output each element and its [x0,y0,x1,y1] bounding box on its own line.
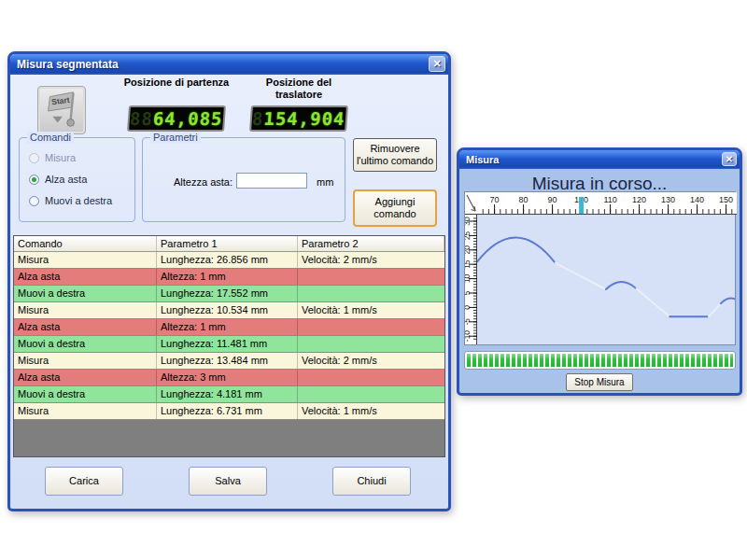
table-cell: Alza asta [14,269,157,285]
titlebar[interactable]: Misura segmentata ✕ [10,54,448,75]
column-header-comando[interactable]: Comando [14,236,157,251]
table-cell: Lunghezza: 13.484 mm [157,353,298,369]
x-tick-label: 110 [603,195,616,204]
x-tick-label: 130 [661,195,675,204]
command-table-header: Comando Parametro 1 Parametro 2 [14,236,444,252]
x-tick-label: 120 [632,195,646,204]
table-row[interactable]: Muovi a destraLunghezza: 17.552 mm [14,286,444,302]
profile-plot [477,215,735,344]
table-row[interactable]: MisuraLunghezza: 10.534 mmVelocità: 1 mm… [14,302,444,319]
x-tick-label: 140 [690,195,704,204]
table-row[interactable]: MisuraLunghezza: 6.731 mmVelocità: 1 mm/… [14,403,444,420]
radio-muovi-a-destra[interactable]: Muovi a destra [29,194,112,207]
radio-label: Muovi a destra [45,195,112,206]
table-cell: Velocità: 2 mm/s [298,353,444,369]
y-tick-label: 20 [465,245,472,255]
altezza-asta-label: Altezza asta: [150,176,233,188]
x-tick-label: 150 [719,195,733,204]
y-tick-label: 15 [465,259,472,269]
x-tick-label: 80 [519,195,529,204]
table-cell: Misura [14,302,157,318]
comandi-legend: Comandi [27,132,74,144]
table-row[interactable]: Muovi a destraLunghezza: 4.181 mm [14,386,444,403]
x-tick-label: 90 [548,195,557,204]
radio-misura: Misura [29,151,76,164]
table-cell: Misura [14,252,157,268]
table-cell: Misura [14,403,157,419]
column-header-parametro1[interactable]: Parametro 1 [157,236,298,251]
table-cell: Velocità: 2 mm/s [298,252,444,268]
stop-misura-button[interactable]: Stop Misura [566,373,633,391]
table-cell: Lunghezza: 10.534 mm [157,302,298,318]
position-cursor [579,197,584,214]
command-table: Comando Parametro 1 Parametro 2 MisuraLu… [13,235,445,457]
table-row[interactable]: Alza astaAltezza: 1 mm [14,319,444,336]
start-flag-icon: Start [38,87,85,133]
table-cell: Lunghezza: 6.731 mm [157,403,298,419]
display-ghost-digits: 88 [129,108,153,129]
parametri-legend: Parametri [150,132,201,144]
table-row[interactable]: Muovi a destraLunghezza: 11.481 mm [14,336,444,353]
add-command-button[interactable]: Aggiungi comando [353,189,437,227]
translator-position-display: 8154,904 [249,105,348,132]
x-tick-label: 70 [490,195,500,204]
table-row[interactable]: Alza astaAltezza: 3 mm [14,370,444,386]
measurement-chart: 708090100110120130140150 302520151050-5-… [464,191,736,345]
table-cell [298,336,444,352]
table-cell: Altezza: 3 mm [157,370,298,385]
salva-button[interactable]: Salva [189,467,267,496]
y-tick-label: -10 [465,330,472,343]
close-icon[interactable]: ✕ [429,56,445,72]
radio-icon[interactable] [29,196,39,206]
table-row[interactable]: Alza astaAltezza: 1 mm [14,269,444,286]
chiudi-button[interactable]: Chiudi [332,467,411,496]
unit-label: mm [317,176,333,188]
y-tick-label: -5 [465,318,472,326]
y-tick-label: 25 [465,231,472,240]
horizontal-ruler: 708090100110120130140150 [465,192,737,215]
remove-last-command-button[interactable]: Rimuovere l'ultimo comando [353,138,437,172]
y-tick-label: 0 [465,305,472,310]
start-button[interactable]: Start [37,86,86,134]
parametri-group: Parametri Altezza asta: mm [142,137,345,222]
add-button-label: Aggiungi comando [355,196,435,220]
column-header-parametro2[interactable]: Parametro 2 [298,236,444,251]
table-cell: Lunghezza: 26.856 mm [157,252,298,268]
translator-position-value: 154,904 [263,108,346,129]
table-cell: Altezza: 1 mm [157,319,298,335]
table-cell [298,269,444,285]
table-cell [298,386,444,402]
radio-selected-icon[interactable] [29,175,39,185]
table-cell: Muovi a destra [14,286,157,301]
titlebar[interactable]: Misura ✕ [459,150,740,169]
radio-alza-asta[interactable]: Alza asta [29,173,87,186]
window-title: Misura segmentata [17,58,119,71]
vertical-ruler: 302520151050-5-10 [465,215,477,344]
start-position-label: Posizione di partenza [123,77,230,89]
close-icon[interactable]: ✕ [722,152,737,166]
table-cell: Velocità: 1 mm/s [298,302,444,318]
window-title: Misura [466,154,499,165]
y-tick-label: 5 [465,290,472,295]
table-cell: Lunghezza: 4.181 mm [157,386,298,402]
start-position-value: 64,085 [152,108,223,129]
misura-segmentata-window: Misura segmentata ✕ Start Posizione di p… [7,51,451,511]
table-cell: Alza asta [14,319,157,335]
table-row[interactable]: MisuraLunghezza: 26.856 mmVelocità: 2 mm… [14,252,444,269]
table-cell [298,286,444,301]
table-cell [298,319,444,335]
table-row[interactable]: MisuraLunghezza: 13.484 mmVelocità: 2 mm… [14,353,444,370]
table-cell: Lunghezza: 11.481 mm [157,336,298,352]
y-tick-label: 30 [465,217,472,226]
radio-label: Alza asta [45,174,87,185]
table-cell: Lunghezza: 17.552 mm [157,286,298,301]
comandi-group: Comandi Misura Alza asta Muovi a destra [19,137,135,222]
start-position-display: 8864,085 [127,105,226,132]
table-cell: Misura [14,353,157,369]
carica-button[interactable]: Carica [45,467,123,496]
command-table-body: MisuraLunghezza: 26.856 mmVelocità: 2 mm… [14,252,444,420]
table-cell [298,370,444,385]
altezza-asta-input[interactable] [236,173,307,189]
table-cell: Muovi a destra [14,386,157,402]
measurement-progress-bar [464,351,736,370]
